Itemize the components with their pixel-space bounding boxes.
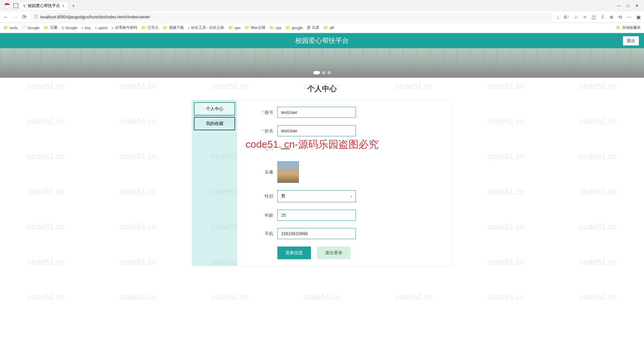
workspace-icon[interactable] — [13, 3, 18, 8]
bookmark-item[interactable]: 📁vps — [269, 25, 281, 30]
label-name: 姓名 — [247, 128, 277, 134]
banner-carousel[interactable] — [0, 48, 644, 78]
refresh-button[interactable]: ⟳ — [22, 14, 26, 20]
bookmark-item[interactable]: GGoogle — [61, 26, 77, 30]
downloads-icon[interactable]: ⇩ — [601, 14, 605, 20]
button-row: 更新信息 退出登录 — [277, 247, 442, 259]
header-logout-button[interactable]: 退出 — [623, 36, 639, 46]
folder-icon: 📁 — [163, 25, 168, 30]
bookmark-item[interactable]: 📁视频下载 — [163, 25, 184, 30]
folder-icon: 📁 — [245, 25, 250, 30]
browser-tab[interactable]: V 校园爱心帮扶平台 × — [19, 1, 68, 10]
form-content: code51. cn-源码乐园盗图必究 账号 姓名 密码 头像 性别 男 — [237, 100, 452, 266]
bookmark-item[interactable]: ●uplod — [95, 26, 108, 30]
update-button[interactable]: 更新信息 — [277, 247, 311, 259]
more-icon[interactable]: ⋯ — [627, 14, 632, 20]
input-account[interactable] — [277, 107, 356, 118]
chevron-down-icon: ▾ — [351, 195, 352, 198]
bookmark-label: 宝藏 — [50, 25, 57, 30]
folder-icon: 📁 — [44, 25, 49, 30]
maximize-button[interactable]: □ — [627, 3, 629, 8]
bookmark-item[interactable]: 📄Google — [21, 25, 39, 30]
extensions-icon[interactable]: ⟂ — [556, 14, 559, 20]
dot-3[interactable] — [327, 71, 331, 74]
favorite-icon[interactable]: ☆ — [574, 14, 578, 20]
tab-title: 校园爱心帮扶平台 — [28, 3, 60, 9]
input-phone[interactable] — [277, 228, 356, 239]
favicon-icon: V — [23, 4, 26, 8]
bookmark-label: 百度 — [312, 25, 319, 30]
bookmark-label: 已导入 — [148, 25, 159, 30]
site-icon: ● — [111, 26, 114, 30]
bookmark-label: 站长工具 - 站长之家 — [191, 25, 224, 30]
bookmark-label: 其他收藏夹 — [622, 25, 641, 30]
input-age[interactable] — [277, 210, 356, 221]
label-gender: 性别 — [247, 193, 277, 199]
bookmark-item[interactable]: 📁Max云梯 — [245, 25, 265, 30]
main-layout: 个人中心 我的收藏 code51. cn-源码乐园盗图必究 账号 姓名 密码 头… — [192, 100, 452, 266]
label-phone: 手机 — [247, 231, 277, 237]
select-gender[interactable]: 男 ▾ — [277, 190, 356, 202]
sidebar-icon[interactable]: ◫ — [592, 14, 596, 20]
sidebar-item-profile[interactable]: 个人中心 — [194, 102, 235, 116]
bookmark-label: 共享账号密码 — [115, 25, 137, 30]
page-icon: 📄 — [21, 25, 26, 30]
bookmark-item[interactable]: ●共享账号密码 — [111, 25, 137, 30]
sidebar-item-favorites[interactable]: 我的收藏 — [194, 117, 235, 130]
bookmark-label: aff — [330, 26, 334, 30]
bookmark-item[interactable]: 📁tools — [3, 25, 17, 30]
dot-1[interactable] — [313, 71, 320, 74]
other-bookmarks[interactable]: 📁其他收藏夹 — [616, 25, 641, 30]
info-icon: ⓘ — [34, 14, 38, 20]
bookmark-item[interactable]: ●bxy — [82, 26, 91, 30]
site-title: 校园爱心帮扶平台 — [295, 36, 349, 45]
bookmark-label: Max云梯 — [251, 25, 265, 30]
collections-icon[interactable]: ✧ — [583, 14, 587, 20]
site-icon: ● — [95, 26, 97, 30]
label-password: 密码 — [247, 146, 277, 152]
folder-icon: 📁 — [323, 25, 328, 30]
reading-mode-icon[interactable]: A⁺ — [564, 14, 569, 20]
avatar-upload[interactable] — [277, 161, 299, 183]
split-icon[interactable]: ▣ — [636, 14, 641, 20]
row-name: 姓名 — [247, 125, 442, 136]
input-password[interactable] — [277, 144, 356, 154]
forward-button[interactable]: → — [13, 14, 18, 20]
logout-button[interactable]: 退出登录 — [317, 247, 351, 259]
profile-icon[interactable] — [4, 3, 10, 9]
url-input[interactable]: ⓘ localhost:8080/djangodigcx/front/dist/… — [31, 13, 552, 21]
bookmark-item[interactable]: 📁google — [285, 25, 303, 30]
bookmark-item[interactable]: 📁aff — [323, 25, 334, 30]
bookmark-item[interactable]: ●站长工具 - 站长之家 — [188, 25, 224, 30]
row-gender: 性别 男 ▾ — [247, 190, 442, 202]
row-avatar: 头像 — [247, 161, 442, 183]
folder-icon: 📁 — [228, 25, 233, 30]
label-avatar: 头像 — [247, 169, 277, 175]
new-tab-button[interactable]: + — [69, 3, 77, 8]
bookmark-label: bxy — [85, 26, 91, 30]
url-text: localhost:8080/djangodigcx/front/dist/in… — [40, 15, 150, 19]
row-age: 年龄 — [247, 210, 442, 221]
browser-chrome: V 校园爱心帮扶平台 × + — □ ✕ ← → ⟳ ⓘ localhost:8… — [0, 0, 644, 33]
site-header: 校园爱心帮扶平台 退出 — [0, 33, 644, 48]
close-tab-icon[interactable]: × — [62, 4, 64, 8]
dot-2[interactable] — [322, 71, 325, 74]
label-account: 账号 — [247, 110, 277, 116]
bookmark-item[interactable]: 📁vpn — [228, 25, 240, 30]
back-button[interactable]: ← — [3, 14, 9, 20]
bookmark-label: Google — [28, 26, 39, 30]
bookmark-label: google — [292, 26, 303, 30]
bookmark-item[interactable]: 度百度 — [307, 25, 319, 30]
page-content: code51.cncode51.cncode51.cncode51.cncode… — [0, 33, 644, 347]
bookmark-label: vps — [276, 26, 281, 30]
addon-icon[interactable]: ⊕ — [609, 14, 613, 20]
bookmark-item[interactable]: 📁宝藏 — [44, 25, 57, 30]
label-age: 年龄 — [247, 212, 277, 218]
minimize-button[interactable]: — — [617, 3, 621, 8]
close-window-button[interactable]: ✕ — [635, 3, 639, 8]
input-name[interactable] — [277, 125, 356, 136]
carousel-dots — [313, 71, 331, 74]
folder-icon: 📁 — [3, 25, 8, 30]
bookmark-item[interactable]: 📁已导入 — [141, 25, 159, 30]
sync-icon[interactable]: ⟲ — [618, 14, 622, 20]
